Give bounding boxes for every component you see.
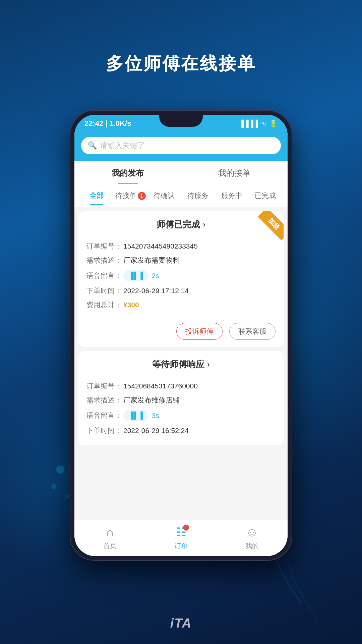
subtab-all[interactable]: 全部 [80, 187, 114, 204]
order-voice-row-1: 语音留言： ▐▌▐ 2s [86, 270, 276, 281]
voice-message-1[interactable]: ▐▌▐ 2s [123, 270, 159, 281]
person-icon: ☺ [246, 525, 258, 539]
tab-my-publish[interactable]: 我的发布 [74, 161, 181, 184]
order-id-value-1: 154207344549023​3345 [123, 242, 198, 250]
page-title: 多位师傅在线接单 [0, 52, 362, 75]
order-fee-row-1: 费用总计： ¥300 [86, 300, 276, 310]
subtab-serving[interactable]: 服务中 [215, 187, 249, 204]
tab-my-orders[interactable]: 我的接单 [181, 161, 288, 184]
nav-profile-label: 我的 [245, 541, 259, 550]
nav-orders-label: 订单 [174, 541, 188, 550]
order-fee-label-1: 费用总计： [86, 300, 123, 310]
search-icon: 🔍 [88, 141, 97, 150]
status-bar: 22:42 | 1.0K/s ▐▐▐▐ ∿ 🔋 [74, 115, 288, 132]
order-time-row-1: 下单时间： 2022-06-29 17:12:14 [86, 286, 276, 296]
card-title-2: 等待师傅响应 [152, 359, 204, 370]
order-id-label-1: 订单编号： [86, 241, 123, 251]
order-desc-label-2: 需求描述： [86, 395, 123, 405]
order-id-label-2: 订单编号： [86, 381, 123, 391]
complaint-button[interactable]: 投诉师傅 [176, 323, 223, 340]
bottom-nav: ⌂ 首页 ☷ 订单 ☺ 我的 [74, 519, 288, 556]
phone-mockup: 22:42 | 1.0K/s ▐▐▐▐ ∿ 🔋 🔍 请输入关键字 [70, 111, 292, 560]
order-time-value-1: 2022-06-29 17:12:14 [123, 287, 189, 295]
main-tabs: 我的发布 我的接单 [74, 161, 288, 184]
subtab-confirm[interactable]: 待确认 [147, 187, 181, 204]
order-time-label-1: 下单时间： [86, 286, 123, 296]
search-placeholder: 请输入关键字 [100, 141, 144, 151]
voice-play-btn-2[interactable]: ▐▌▐ [123, 410, 148, 421]
voice-duration-1: 2s [152, 272, 159, 280]
app-header: 🔍 请输入关键字 [74, 132, 288, 161]
order-nav-badge [183, 525, 189, 531]
order-time-label-2: 下单时间： [86, 426, 123, 435]
notch [159, 115, 203, 127]
voice-duration-2: 3s [152, 412, 159, 420]
order-desc-label-1: 需求描述： [86, 256, 123, 265]
voice-message-2[interactable]: ▐▌▐ 3s [123, 410, 159, 421]
pending-badge: 1 [138, 192, 146, 200]
contact-service-button[interactable]: 联系客服 [229, 323, 276, 340]
order-desc-row-2: 需求描述： 厂家发布维修店铺 [86, 395, 276, 405]
order-voice-row-2: 语音留言： ▐▌▐ 3s [86, 410, 276, 421]
order-time-row-2: 下单时间： 2022-06-29 16:52:24 [86, 426, 276, 435]
card-body-2: 订单编号： 1542068453173760000 需求描述： 厂家发布维修店铺… [78, 376, 284, 445]
card-header-2[interactable]: 等待师傅响应 › [78, 351, 284, 376]
subtab-pending[interactable]: 待接单1 [114, 187, 147, 204]
wifi-icon: ∿ [261, 119, 266, 127]
card-title-1: 师傅已完成 [157, 219, 200, 230]
card-actions-1: 投诉师傅 联系客服 [78, 320, 284, 347]
order-card-2: 等待师傅响应 › 订单编号： 1542068453173760000 需求描述：… [78, 351, 284, 445]
order-id-value-2: 1542068453173760000 [123, 382, 198, 390]
waveform-icon-2: ▐▌▐ [129, 412, 143, 419]
order-desc-value-2: 厂家发布维修店铺 [123, 395, 180, 405]
order-desc-value-1: 厂家发布需要物料 [123, 256, 180, 265]
order-card-1: 师傅已完成 › 订单编号： 154207344549023​3345 需求描述：… [78, 211, 284, 347]
battery-icon: 🔋 [269, 119, 278, 127]
order-voice-label-1: 语音留言： [86, 271, 123, 280]
subtab-service[interactable]: 待服务 [181, 187, 215, 204]
ribbon-urgent [253, 211, 284, 241]
search-bar[interactable]: 🔍 请输入关键字 [81, 137, 281, 154]
waveform-icon-1: ▐▌▐ [129, 272, 143, 279]
nav-orders[interactable]: ☷ 订单 [145, 525, 217, 550]
subtab-done[interactable]: 已完成 [248, 187, 282, 204]
arrow-icon-1: › [203, 220, 205, 229]
ita-label: iTA [170, 616, 192, 631]
content-area: 师傅已完成 › 订单编号： 154207344549023​3345 需求描述：… [74, 207, 288, 519]
order-desc-row-1: 需求描述： 厂家发布需要物料 [86, 256, 276, 265]
arrow-icon-2: › [207, 360, 209, 369]
status-time: 22:42 | 1.0K/s [84, 119, 131, 128]
order-time-value-2: 2022-06-29 16:52:24 [123, 427, 189, 435]
card-body-1: 订单编号： 154207344549023​3345 需求描述： 厂家发布需要物… [78, 236, 284, 320]
nav-profile[interactable]: ☺ 我的 [217, 525, 288, 550]
signal-icon: ▐▐▐▐ [239, 120, 258, 127]
order-voice-label-2: 语音留言： [86, 411, 123, 420]
order-id-row-1: 订单编号： 154207344549023​3345 [86, 241, 276, 251]
voice-play-btn-1[interactable]: ▐▌▐ [123, 270, 148, 281]
home-icon: ⌂ [106, 525, 114, 539]
nav-home[interactable]: ⌂ 首页 [74, 525, 145, 550]
sub-tabs: 全部 待接单1 待确认 待服务 服务中 已完成 [74, 184, 288, 207]
order-id-row-2: 订单编号： 1542068453173760000 [86, 381, 276, 391]
status-icons: ▐▐▐▐ ∿ 🔋 [239, 119, 278, 127]
nav-home-label: 首页 [103, 541, 117, 550]
card-header-1[interactable]: 师傅已完成 › [78, 211, 284, 236]
order-fee-value-1: ¥300 [123, 301, 139, 309]
